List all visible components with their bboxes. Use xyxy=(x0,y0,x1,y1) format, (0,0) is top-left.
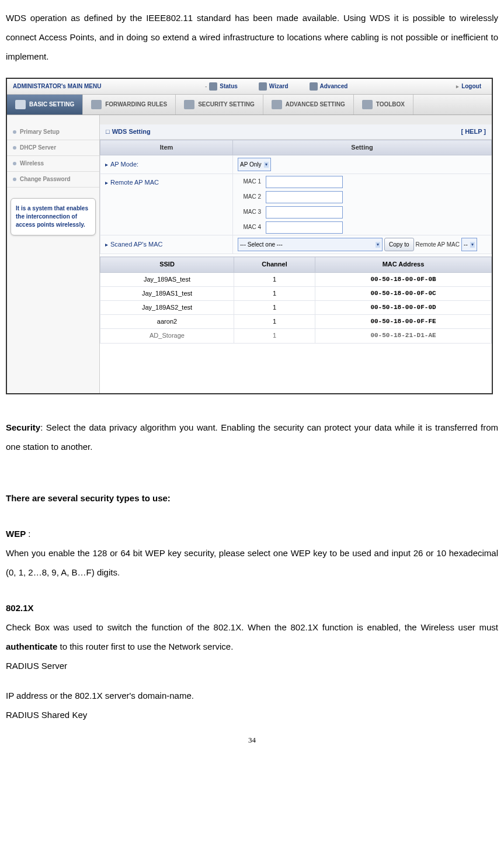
topbar-logout[interactable]: ▸Logout xyxy=(446,83,492,90)
8021x-body: Check Box was used to switch the functio… xyxy=(6,618,498,656)
nav-security-setting[interactable]: SECURITY SETTING xyxy=(176,95,263,115)
nav-basic-setting-label: BASIC SETTING xyxy=(29,101,74,108)
8021x-head: 802.1X xyxy=(6,598,498,618)
cell-ssid: Jay_189AS1_test xyxy=(100,286,234,300)
cell-mac: 00-50-18-00-0F-FE xyxy=(315,315,492,329)
chevron-down-icon: ▾ xyxy=(470,242,475,248)
forwarding-icon xyxy=(91,100,102,109)
nav-toolbox-label: TOOLBOX xyxy=(376,101,405,108)
bullet-icon xyxy=(13,162,16,165)
copy-to-button[interactable]: Copy to xyxy=(384,238,413,251)
topbar-advanced[interactable]: Advanced xyxy=(299,82,359,91)
scanned-ap-select[interactable]: --- Select one ---▾ xyxy=(238,238,383,251)
wizard-icon xyxy=(259,82,267,91)
mac3-label: MAC 3 xyxy=(233,209,261,216)
nav-forwarding-rules[interactable]: FORWARDING RULES xyxy=(83,95,176,115)
topbar-logout-label: Logout xyxy=(461,83,481,90)
settings-table: Item Setting ▸AP Mode: AP Only▾ ▸Remote … xyxy=(100,140,492,254)
nav-advanced-setting[interactable]: ADVANCED SETTING xyxy=(263,95,354,115)
topbar-wizard-label: Wizard xyxy=(269,83,289,90)
topbar-advanced-label: Advanced xyxy=(320,83,348,90)
advanced-setting-icon xyxy=(272,100,282,109)
table-row: AD_Storage100-50-18-21-D1-AE xyxy=(100,329,492,343)
mac1-input[interactable] xyxy=(266,176,343,188)
chevron-down-icon: ▾ xyxy=(264,162,269,168)
topbar-wizard[interactable]: Wizard xyxy=(248,82,299,91)
cell-ssid: Jay_189AS2_test xyxy=(100,300,234,314)
security-head: Security xyxy=(6,422,40,432)
bullet-icon xyxy=(13,146,16,150)
security-paragraph: Security: Select the data privacy algori… xyxy=(6,418,498,456)
scanned-ap-label: ▸Scaned AP's MAC xyxy=(100,235,233,254)
table-row: Jay_189AS1_test100-50-18-00-0F-0C xyxy=(100,286,492,300)
left-sidebar: Primary Setup DHCP Server Wireless Chang… xyxy=(7,115,100,393)
scanned-ap-value: --- Select one --- xyxy=(240,241,283,248)
cell-channel: 1 xyxy=(234,272,315,286)
sidebar-item-label: Wireless xyxy=(20,160,44,167)
page-number: 34 xyxy=(6,736,498,744)
sidebar-item-primary-setup[interactable]: Primary Setup xyxy=(7,124,99,140)
section-navbar: BASIC SETTING FORWARDING RULES SECURITY … xyxy=(7,95,492,115)
table-row: Jay_189AS_test100-50-18-00-0F-0B xyxy=(100,272,492,286)
basic-setting-icon xyxy=(15,100,26,109)
nav-basic-setting[interactable]: BASIC SETTING xyxy=(7,95,83,115)
bullet-icon xyxy=(13,178,16,181)
8021x-body-1: Check Box was used to switch the functio… xyxy=(6,622,498,632)
chevron-down-icon: ▾ xyxy=(376,242,380,248)
ap-mode-select[interactable]: AP Only▾ xyxy=(238,158,271,171)
cell-mac: 00-50-18-00-0F-0C xyxy=(315,286,492,300)
remote-ap-mac-index-select[interactable]: --▾ xyxy=(461,238,477,251)
cell-channel: 1 xyxy=(234,286,315,300)
ap-mode-value: AP Only xyxy=(240,161,262,168)
ip-address-line: IP address or the 802.1X server's domain… xyxy=(6,686,498,705)
security-body: : Select the data privacy algorithm you … xyxy=(6,422,498,452)
8021x-body-2: to this router first to use the Network … xyxy=(57,641,233,651)
mac2-label: MAC 2 xyxy=(233,193,261,200)
col-channel: Channel xyxy=(234,257,315,272)
sidebar-item-dhcp-server[interactable]: DHCP Server xyxy=(7,140,99,156)
nav-forwarding-rules-label: FORWARDING RULES xyxy=(105,101,167,108)
topbar-status[interactable]: -Status xyxy=(194,82,248,91)
mac4-input[interactable] xyxy=(266,221,343,234)
main-settings-panel: □ WDS Setting [ HELP ] Item Setting ▸AP … xyxy=(100,115,492,393)
sidebar-item-wireless[interactable]: Wireless xyxy=(7,156,99,172)
nav-advanced-setting-label: ADVANCED SETTING xyxy=(286,101,345,108)
sidebar-item-label: Primary Setup xyxy=(20,129,60,136)
remote-ap-mac-index-value: -- xyxy=(464,241,468,248)
col-item: Item xyxy=(100,140,233,155)
admin-top-menu: ADMINISTRATOR's MAIN MENU -Status Wizard… xyxy=(7,79,492,95)
sidebar-item-label: Change Password xyxy=(20,176,71,183)
mac2-input[interactable] xyxy=(266,191,343,203)
topbar-status-label: Status xyxy=(220,83,238,90)
panel-title-row: □ WDS Setting [ HELP ] xyxy=(100,124,492,140)
cell-mac: 00-50-18-00-0F-0D xyxy=(315,300,492,314)
router-admin-screenshot: ADMINISTRATOR's MAIN MENU -Status Wizard… xyxy=(6,78,493,394)
wep-body: When you enable the 128 or 64 bit WEP ke… xyxy=(6,543,498,582)
mac3-input[interactable] xyxy=(266,206,343,219)
remote-ap-mac-text: Remote AP MAC xyxy=(416,241,460,248)
remote-ap-mac-label: ▸Remote AP MAC xyxy=(100,174,233,235)
status-icon xyxy=(209,82,217,91)
cell-ssid: AD_Storage xyxy=(100,329,234,343)
sidebar-tip-box: It is a system that enables the intercon… xyxy=(11,198,96,235)
cell-ssid: Jay_189AS_test xyxy=(100,272,234,286)
cell-channel: 1 xyxy=(234,315,315,329)
wep-head: WEP xyxy=(6,529,26,539)
col-ssid: SSID xyxy=(100,257,234,272)
bullet-icon xyxy=(13,130,16,134)
radius-server-line: RADIUS Server xyxy=(6,656,498,675)
cell-channel: 1 xyxy=(234,300,315,314)
admin-main-menu-label: ADMINISTRATOR's MAIN MENU xyxy=(7,83,107,90)
nav-toolbox[interactable]: TOOLBOX xyxy=(354,95,413,115)
sidebar-item-change-password[interactable]: Change Password xyxy=(7,172,99,188)
authenticate-bold: authenticate xyxy=(6,641,57,651)
table-row: aaron2100-50-18-00-0F-FE xyxy=(100,315,492,329)
wep-heading-line: WEP : xyxy=(6,524,498,543)
toolbox-icon xyxy=(362,100,373,109)
advanced-icon xyxy=(310,82,318,91)
mac4-label: MAC 4 xyxy=(233,224,261,231)
intro-paragraph: WDS operation as defined by the IEEE802.… xyxy=(6,8,498,66)
help-link[interactable]: [ HELP ] xyxy=(461,128,486,136)
wep-colon: : xyxy=(26,529,30,539)
panel-title: WDS Setting xyxy=(112,128,151,136)
